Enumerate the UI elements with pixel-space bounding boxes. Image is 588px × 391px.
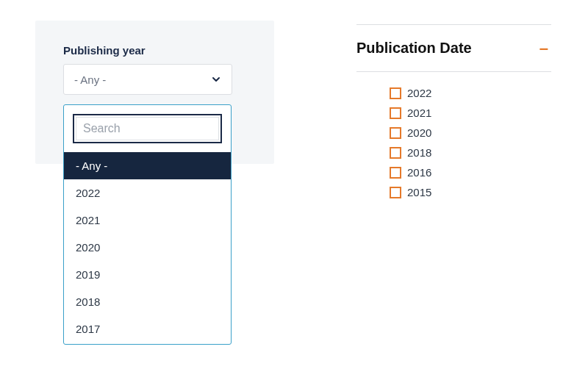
facet-list: 202220212020201820162015	[356, 87, 551, 198]
checkbox-icon	[390, 167, 401, 179]
facet-separator	[356, 24, 551, 25]
facet-item[interactable]: 2021	[390, 107, 551, 119]
dropdown-option[interactable]: 2018	[64, 288, 231, 315]
publishing-year-label: Publishing year	[63, 44, 254, 57]
facet-separator	[356, 71, 551, 72]
facet-item-label: 2020	[407, 126, 431, 139]
dropdown-options-list: - Any -202220212020201920182017	[64, 152, 231, 342]
facet-item[interactable]: 2015	[390, 186, 551, 198]
dropdown-option[interactable]: 2020	[64, 234, 231, 261]
dropdown-option[interactable]: 2019	[64, 261, 231, 288]
facet-item[interactable]: 2016	[390, 166, 551, 179]
facet-item[interactable]: 2022	[390, 87, 551, 99]
facet-item-label: 2022	[407, 87, 431, 99]
facet-item[interactable]: 2018	[390, 146, 551, 159]
dropdown-search-input[interactable]	[73, 114, 222, 143]
facet-item-label: 2018	[407, 146, 431, 159]
dropdown-option[interactable]: 2022	[64, 179, 231, 207]
dropdown-option[interactable]: - Any -	[64, 152, 231, 179]
checkbox-icon	[390, 187, 401, 198]
publishing-year-select[interactable]: - Any -	[63, 64, 232, 95]
collapse-icon: –	[539, 40, 548, 57]
publishing-year-selected-value: - Any -	[74, 73, 106, 86]
facet-item-label: 2015	[407, 186, 431, 198]
facet-item-label: 2021	[407, 107, 431, 119]
dropdown-option[interactable]: 2017	[64, 315, 231, 342]
facet-header[interactable]: Publication Date –	[356, 40, 551, 57]
checkbox-icon	[390, 147, 401, 159]
checkbox-icon	[390, 87, 401, 99]
publication-date-facet: Publication Date – 202220212020201820162…	[356, 24, 551, 198]
dropdown-option[interactable]: 2021	[64, 207, 231, 234]
facet-item[interactable]: 2020	[390, 126, 551, 139]
publishing-year-dropdown: - Any -202220212020201920182017	[63, 104, 232, 345]
checkbox-icon	[390, 127, 401, 139]
facet-item-label: 2016	[407, 166, 431, 179]
dropdown-search-wrap	[64, 105, 231, 152]
facet-title: Publication Date	[356, 40, 472, 57]
chevron-down-icon	[209, 73, 223, 86]
checkbox-icon	[390, 107, 401, 119]
